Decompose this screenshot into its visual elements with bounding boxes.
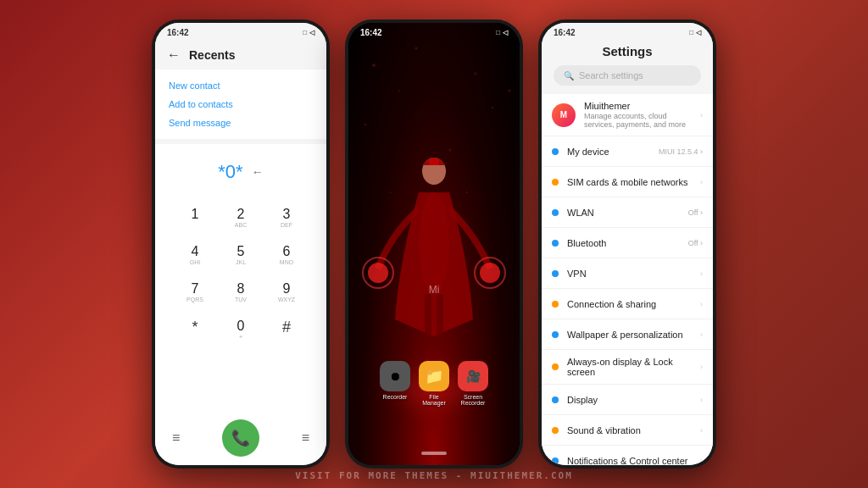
aod-chevron: › [700,363,703,371]
battery-icon-3: □ [689,29,693,36]
aod-title: Always-on display & Lock screen [567,357,692,377]
svg-rect-18 [437,294,443,336]
dot-aod [552,363,559,370]
settings-item-vpn[interactable]: VPN › [542,258,713,289]
mydevice-title: My device [567,147,650,157]
search-icon: 🔍 [564,71,574,80]
call-button[interactable]: 📞 [222,419,259,457]
time-2: 16:42 [360,28,382,37]
sound-content: Sound & vibration [567,425,692,435]
settings-item-sound[interactable]: Sound & vibration › [542,415,713,446]
screen-recorder-label: ScreenRecorder [461,394,486,406]
recents-header: ← Recents [155,41,326,69]
mydevice-content: My device [567,147,650,157]
app-icons-row: ⏺ Recorder 📁 FileManager 🎥 ScreenRecorde… [380,361,488,406]
vpn-content: VPN [567,269,692,279]
bluetooth-title: Bluetooth [567,238,680,248]
dot-sound [552,427,559,434]
dial-key-8[interactable]: 8TUV [219,274,263,310]
dial-key-9[interactable]: 9WXYZ [264,274,309,310]
home-indicator-2 [421,452,447,455]
menu-icon[interactable]: ≡ [172,430,180,446]
dot-wallpaper [552,331,559,338]
options-icon[interactable]: ≡ [302,430,309,446]
nav-icons-1: ◁ [309,29,314,36]
dot-sim [552,179,559,186]
phone-dialer: 16:42 □ ◁ ← Recents New contact Add to c… [152,19,330,469]
backspace-icon[interactable]: ← [252,165,264,179]
add-to-contacts-link[interactable]: Add to contacts [169,95,313,114]
dial-key-6[interactable]: 6MNO [264,237,309,273]
notifications-title: Notifications & Control center [567,456,692,466]
wallpaper-chevron: › [700,330,703,339]
app-screen-recorder[interactable]: 🎥 ScreenRecorder [458,361,488,406]
vpn-title: VPN [567,269,692,279]
settings-item-wallpaper[interactable]: Wallpaper & personalization › [542,319,713,350]
dot-connection [552,301,559,308]
settings-item-connection[interactable]: Connection & sharing › [542,289,713,319]
dot-display [552,396,559,403]
status-bar-3: 16:42 □ ◁ [542,23,713,41]
dial-key-2[interactable]: 2ABC [219,200,263,236]
display-chevron: › [700,396,703,404]
settings-item-sim[interactable]: SIM cards & mobile networks › [542,167,713,197]
recents-title: Recents [189,48,235,62]
svg-rect-17 [425,294,431,336]
settings-item-bluetooth[interactable]: Bluetooth Off › [542,228,713,258]
dial-key-7[interactable]: 7PQRS [173,274,217,310]
settings-item-aod[interactable]: Always-on display & Lock screen › [542,350,713,385]
dial-key-0[interactable]: 0+ [219,312,263,350]
account-subtitle: Manage accounts, cloud services, payment… [584,112,692,129]
dot-mydevice [552,148,559,155]
account-title: Miuithemer [584,101,692,111]
notifications-content: Notifications & Control center [567,456,692,466]
status-icons-3: □ ◁ [689,29,701,36]
dial-key-3[interactable]: 3DEF [264,200,309,236]
display-content: Display [567,395,692,405]
back-arrow-icon[interactable]: ← [167,47,181,63]
phone-home: 16:42 □ ◁ Mi ⏺ Recorder 📁 FileManager 🎥 … [345,19,523,469]
app-file-manager[interactable]: 📁 FileManager [419,361,449,406]
sim-title: SIM cards & mobile networks [567,177,692,187]
connection-content: Connection & sharing [567,299,692,309]
send-message-link[interactable]: Send message [169,114,313,132]
mydevice-right: MIUI 12.5.4 › [659,147,703,156]
new-contact-link[interactable]: New contact [169,76,313,95]
settings-item-account[interactable]: M Miuithemer Manage accounts, cloud serv… [542,94,713,136]
wlan-right: Off › [688,208,703,217]
aod-content: Always-on display & Lock screen [567,357,692,377]
dial-key-star[interactable]: * [173,312,217,350]
search-placeholder: Search settings [579,70,643,80]
svg-rect-12 [429,158,439,165]
dial-key-4[interactable]: 4GHI [173,237,217,273]
settings-item-wlan[interactable]: WLAN Off › [542,197,713,228]
status-bar-1: 16:42 □ ◁ [155,23,326,41]
dial-key-5[interactable]: 5JKL [219,237,263,273]
dial-key-hash[interactable]: # [264,312,309,350]
time-3: 16:42 [554,28,576,37]
connection-title: Connection & sharing [567,299,692,309]
status-icons-1: □ ◁ [303,29,314,36]
status-icons-2: □ ◁ [496,29,508,36]
recorder-icon: ⏺ [380,361,410,391]
dial-key-1[interactable]: 1 [173,200,217,236]
settings-title: Settings [542,41,713,65]
dialpad-bottom: ≡ 📞 ≡ [155,411,326,465]
account-content: Miuithemer Manage accounts, cloud servic… [584,101,692,129]
battery-icon-1: □ [303,29,307,36]
settings-item-display[interactable]: Display › [542,385,713,415]
bluetooth-right: Off › [688,239,703,247]
sim-content: SIM cards & mobile networks [567,177,692,187]
connection-chevron: › [700,300,703,308]
dot-wlan [552,209,559,216]
dot-vpn [552,270,559,277]
settings-item-mydevice[interactable]: My device MIUI 12.5.4 › [542,136,713,167]
search-bar[interactable]: 🔍 Search settings [554,65,701,86]
file-manager-icon: 📁 [419,361,449,391]
app-recorder[interactable]: ⏺ Recorder [380,361,410,406]
sim-chevron: › [700,178,703,186]
settings-item-notifications[interactable]: Notifications & Control center › [542,446,713,465]
svg-point-14 [480,263,500,283]
wallpaper-title: Wallpaper & personalization [567,330,692,340]
dialpad-grid: 1 2ABC 3DEF 4GHI 5JKL 6MNO 7PQRS 8TUV 9W… [173,200,309,350]
